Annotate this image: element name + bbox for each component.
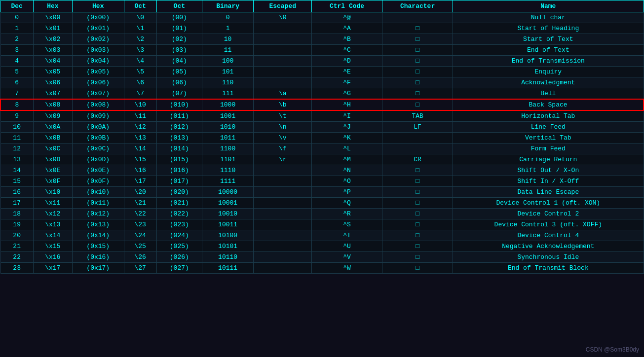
cell-hex1: \x0B [33, 133, 72, 143]
cell-binary: 100 [202, 56, 254, 67]
table-row: 12\x0C(0x0C)\14(014)1100\f^LForm Feed [0, 143, 644, 154]
table-row: 7\x07(0x07)\7(07)111\a^G□Bell [0, 88, 644, 100]
cell-hex2: (0x09) [72, 110, 124, 122]
cell-oct2: (06) [156, 77, 202, 88]
cell-dec: 10 [0, 122, 33, 133]
cell-ctrl: ^R [311, 209, 382, 219]
cell-hex1: \x16 [33, 252, 72, 263]
table-row: 23\x17(0x17)\27(027)10111^W□End of Trans… [0, 263, 644, 274]
cell-hex1: \x12 [33, 209, 72, 219]
cell-oct1: \23 [124, 219, 156, 230]
cell-oct2: (015) [156, 154, 202, 165]
cell-oct2: (014) [156, 143, 202, 154]
col-oct1: Oct [124, 0, 156, 12]
cell-oct1: \10 [124, 99, 156, 110]
cell-char: □ [382, 23, 453, 34]
cell-ctrl: ^N [311, 165, 382, 176]
cell-char: □ [382, 99, 453, 110]
cell-name: Device Control 2 [453, 209, 644, 219]
cell-oct1: \24 [124, 230, 156, 241]
cell-ctrl: ^M [311, 154, 382, 165]
cell-ctrl: ^F [311, 77, 382, 88]
cell-char: TAB [382, 110, 453, 122]
cell-name: Start of Text [453, 34, 644, 45]
cell-escaped [254, 241, 311, 252]
cell-escaped: \f [254, 143, 311, 154]
cell-hex2: (0x08) [72, 99, 124, 110]
cell-char: □ [382, 198, 453, 209]
cell-hex1: \x03 [33, 45, 72, 56]
table-row: 10\x0A(0x0A)\12(012)1010\n^JLFLine Feed [0, 122, 644, 133]
cell-char: □ [382, 45, 453, 56]
cell-binary: 10100 [202, 230, 254, 241]
cell-dec: 16 [0, 187, 33, 198]
cell-hex2: (0x0E) [72, 165, 124, 176]
cell-char: LF [382, 122, 453, 133]
table-row: 15\x0F(0x0F)\17(017)1111^O□Shift In / X-… [0, 176, 644, 187]
cell-dec: 9 [0, 110, 33, 122]
cell-hex2: (0x00) [72, 12, 124, 23]
cell-ctrl: ^K [311, 133, 382, 143]
cell-hex1: \x02 [33, 34, 72, 45]
cell-binary: 1100 [202, 143, 254, 154]
cell-dec: 23 [0, 263, 33, 274]
cell-escaped: \n [254, 122, 311, 133]
cell-binary: 1110 [202, 165, 254, 176]
cell-hex2: (0x15) [72, 241, 124, 252]
cell-oct2: (016) [156, 165, 202, 176]
cell-ctrl: ^D [311, 56, 382, 67]
cell-char: □ [382, 67, 453, 77]
cell-binary: 10010 [202, 209, 254, 219]
cell-escaped [254, 187, 311, 198]
cell-dec: 0 [0, 12, 33, 23]
cell-escaped [254, 45, 311, 56]
cell-name: Form Feed [453, 143, 644, 154]
cell-oct2: (013) [156, 133, 202, 143]
cell-name: Data Line Escape [453, 187, 644, 198]
cell-name: Vertical Tab [453, 133, 644, 143]
cell-dec: 20 [0, 230, 33, 241]
cell-escaped: \v [254, 133, 311, 143]
cell-char: □ [382, 230, 453, 241]
cell-name: Shift In / X-Off [453, 176, 644, 187]
cell-binary: 10001 [202, 198, 254, 209]
cell-char: □ [382, 209, 453, 219]
cell-binary: 11 [202, 45, 254, 56]
table-row: 9\x09(0x09)\11(011)1001\t^ITABHorizontal… [0, 110, 644, 122]
table-row: 20\x14(0x14)\24(024)10100^T□Device Contr… [0, 230, 644, 241]
cell-hex1: \x17 [33, 263, 72, 274]
table-row: 5\x05(0x05)\5(05)101^E□Enquiry [0, 67, 644, 77]
cell-oct2: (01) [156, 23, 202, 34]
cell-hex2: (0x0A) [72, 122, 124, 133]
cell-ctrl: ^T [311, 230, 382, 241]
cell-escaped [254, 77, 311, 88]
cell-name: Null char [453, 12, 644, 23]
cell-char: □ [382, 56, 453, 67]
col-name: Name [453, 0, 644, 12]
cell-hex1: \x11 [33, 198, 72, 209]
cell-name: Device Control 1 (oft. XON) [453, 198, 644, 209]
cell-ctrl: ^E [311, 67, 382, 77]
cell-dec: 2 [0, 34, 33, 45]
cell-dec: 14 [0, 165, 33, 176]
cell-name: Carriage Return [453, 154, 644, 165]
cell-oct1: \20 [124, 187, 156, 198]
cell-binary: 1000 [202, 99, 254, 110]
cell-oct2: (011) [156, 110, 202, 122]
cell-name: Line Feed [453, 122, 644, 133]
cell-oct1: \7 [124, 88, 156, 100]
cell-oct1: \6 [124, 77, 156, 88]
cell-name: Acknowledgment [453, 77, 644, 88]
cell-dec: 18 [0, 209, 33, 219]
cell-escaped [254, 219, 311, 230]
cell-hex2: (0x16) [72, 252, 124, 263]
table-row: 22\x16(0x16)\26(026)10110^V□Synchronous … [0, 252, 644, 263]
cell-dec: 8 [0, 99, 33, 110]
cell-oct2: (05) [156, 67, 202, 77]
cell-hex1: \x0D [33, 154, 72, 165]
cell-hex2: (0x0C) [72, 143, 124, 154]
cell-ctrl: ^U [311, 241, 382, 252]
cell-ctrl: ^G [311, 88, 382, 100]
cell-hex1: \x00 [33, 12, 72, 23]
cell-escaped: \a [254, 88, 311, 100]
